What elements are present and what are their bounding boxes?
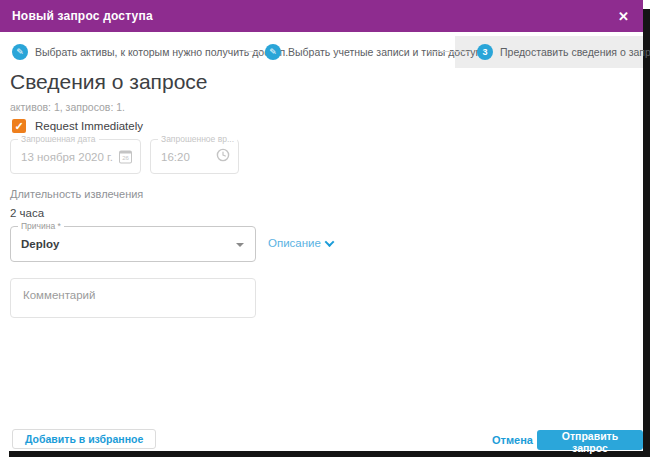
clock-icon[interactable] [216, 148, 230, 166]
duration-label: Длительность извлечения [10, 188, 143, 200]
edit-icon: ✎ [265, 44, 281, 60]
step-label: Выбрать учетные записи и типы доступа. [288, 46, 490, 58]
modal-title: Новый запрос доступа [12, 9, 153, 23]
step-number-badge: 3 [477, 44, 493, 60]
requested-time-value: 16:20 [161, 151, 190, 163]
step-connector [244, 51, 262, 52]
field-label: Запрошенная дата [18, 134, 99, 144]
request-immediately-checkbox[interactable]: ✓ Request Immediately [12, 119, 143, 133]
requested-date-value: 13 ноября 2020 г. [21, 151, 113, 163]
comment-input[interactable] [10, 278, 256, 318]
close-icon[interactable]: ✕ [618, 0, 629, 32]
requested-date-field[interactable]: Запрошенная дата 13 ноября 2020 г. 26 [10, 139, 141, 174]
submit-request-button[interactable]: Отправить запрос [537, 430, 643, 450]
requested-time-field[interactable]: Запрошенное вр... 16:20 [150, 139, 239, 174]
step-request-details[interactable]: 3 Предоставить сведения о запросе. [477, 36, 650, 68]
step-label: Предоставить сведения о запросе. [500, 46, 650, 58]
dropdown-caret-icon [236, 243, 244, 247]
field-label: Причина * [18, 221, 64, 231]
request-summary: активов: 1, запросов: 1. [10, 101, 125, 113]
field-label: Запрошенное вр... [158, 134, 237, 144]
backdrop-shadow-right [643, 9, 650, 457]
new-access-request-modal: Новый запрос доступа ✕ ✎ Выбрать активы,… [0, 0, 643, 451]
step-label: Выбрать активы, к которым нужно получить… [35, 46, 288, 58]
checkbox-label: Request Immediately [35, 120, 143, 132]
page-title: Сведения о запросе [10, 70, 208, 94]
step-connector [430, 51, 470, 52]
cancel-button[interactable]: Отмена [492, 434, 533, 446]
chevron-down-icon [324, 237, 334, 247]
add-to-favorites-button[interactable]: Добавить в избранное [12, 429, 156, 449]
backdrop-shadow-bottom [9, 451, 650, 457]
duration-value: 2 часа [10, 207, 44, 219]
description-link-label: Описание [268, 237, 321, 249]
reason-select[interactable]: Причина * Deploy [10, 226, 256, 262]
reason-value: Deploy [21, 238, 59, 250]
edit-icon: ✎ [12, 44, 28, 60]
checkbox-checked-icon: ✓ [12, 119, 26, 133]
modal-header: Новый запрос доступа ✕ [0, 0, 643, 32]
calendar-icon[interactable]: 26 [119, 150, 132, 163]
step-select-assets[interactable]: ✎ Выбрать активы, к которым нужно получи… [12, 36, 288, 68]
step-select-accounts[interactable]: ✎ Выбрать учетные записи и типы доступа. [265, 36, 490, 68]
description-toggle[interactable]: Описание [268, 237, 333, 249]
